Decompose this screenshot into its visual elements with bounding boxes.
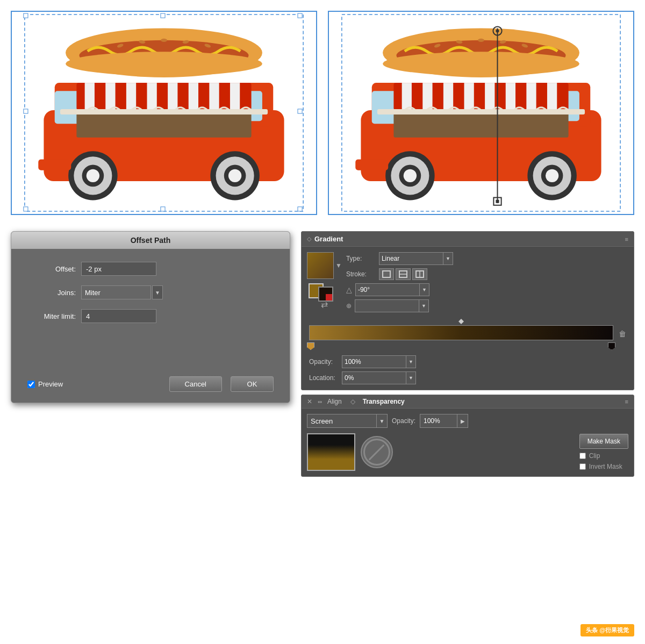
- gradient-preset-arrow[interactable]: ▼: [335, 262, 342, 269]
- make-mask-button[interactable]: Make Mask: [579, 434, 628, 449]
- svg-rect-58: [377, 109, 585, 115]
- svg-rect-54: [506, 83, 515, 110]
- svg-rect-13: [209, 83, 219, 110]
- opacity-input-wrap: ▶: [420, 414, 468, 428]
- svg-rect-40: [161, 207, 165, 211]
- mask-thumbnail[interactable]: [307, 433, 355, 471]
- svg-rect-55: [526, 83, 536, 110]
- svg-rect-8: [105, 83, 115, 110]
- dialog-title-text: Offset Path: [131, 236, 171, 245]
- preview-check[interactable]: [27, 381, 35, 388]
- location-select-wrapper: 0% 50% 100% ▼: [342, 371, 416, 384]
- expand-icon[interactable]: ⇔: [318, 399, 322, 405]
- svg-rect-25: [38, 159, 71, 170]
- opacity-input-t[interactable]: [420, 414, 457, 428]
- stroke-icon-3[interactable]: [412, 268, 427, 280]
- clip-checkbox[interactable]: [579, 453, 586, 459]
- mask-buttons: Make Mask Clip Invert Mask: [579, 434, 628, 470]
- svg-rect-6: [76, 83, 251, 110]
- svg-rect-16: [60, 109, 268, 115]
- opacity-arrow[interactable]: ▼: [406, 355, 416, 368]
- stroke-icon-1[interactable]: [379, 268, 394, 280]
- svg-point-24: [228, 169, 241, 182]
- aspect-select-arrow[interactable]: ▼: [419, 299, 429, 312]
- transparency-menu-icon[interactable]: ≡: [625, 398, 628, 405]
- svg-point-62: [404, 169, 417, 182]
- ok-button[interactable]: OK: [231, 376, 274, 392]
- clip-label: Clip: [589, 452, 600, 460]
- svg-rect-14: [230, 83, 240, 110]
- svg-point-31: [161, 39, 167, 42]
- gradient-midpoint[interactable]: [458, 319, 464, 324]
- svg-rect-7: [85, 83, 95, 110]
- invert-mask-checkbox[interactable]: [579, 463, 586, 470]
- left-truck-image: [11, 11, 317, 215]
- blend-mode-wrapper: Screen Normal Multiply Overlay ▼: [307, 414, 388, 428]
- mask-row: Make Mask Clip Invert Mask: [307, 433, 628, 471]
- svg-rect-52: [464, 83, 474, 110]
- transparency-content: Screen Normal Multiply Overlay ▼ Opacity…: [302, 409, 634, 476]
- svg-rect-50: [422, 83, 432, 110]
- location-arrow[interactable]: ▼: [406, 371, 416, 384]
- miter-input[interactable]: [81, 309, 156, 323]
- preview-label: Preview: [38, 380, 63, 388]
- no-mask-icon[interactable]: [361, 436, 393, 468]
- angle-select[interactable]: -90° 0° 90° 180°: [355, 283, 420, 296]
- offset-path-dialog: Offset Path Offset: Joins: Miter Round B…: [11, 231, 290, 403]
- gradient-bar[interactable]: [309, 325, 613, 340]
- svg-point-66: [546, 169, 558, 182]
- cancel-button[interactable]: Cancel: [169, 376, 222, 392]
- left-truck-svg: [12, 12, 316, 214]
- gradient-stop-right[interactable]: [608, 342, 615, 350]
- svg-rect-41: [298, 207, 302, 211]
- type-select-arrow[interactable]: ▼: [443, 252, 453, 265]
- blend-mode-select[interactable]: Screen Normal Multiply Overlay: [307, 414, 377, 428]
- right-truck-svg: [329, 12, 633, 214]
- gradient-panel-header: ◇ Gradient ≡: [302, 232, 634, 247]
- angle-select-arrow[interactable]: ▼: [420, 283, 429, 296]
- svg-rect-34: [24, 13, 28, 18]
- type-select[interactable]: Linear Radial: [379, 252, 443, 265]
- type-label: Type:: [346, 255, 376, 262]
- transparency-panel-header: ✕ ⇔ Align ◇ Transparency ≡: [302, 395, 634, 409]
- offset-row: Offset:: [27, 262, 274, 276]
- opacity-select[interactable]: 100% 75% 50% 0%: [342, 355, 406, 368]
- delete-stop-icon[interactable]: 🗑: [619, 330, 626, 338]
- invert-mask-label: Invert Mask: [589, 463, 622, 470]
- svg-rect-36: [298, 13, 302, 18]
- joins-select-arrow[interactable]: ▼: [152, 285, 163, 299]
- svg-rect-56: [547, 83, 557, 110]
- preview-checkbox[interactable]: Preview: [27, 380, 63, 388]
- watermark: 头条 @衍果视觉: [580, 624, 634, 636]
- stroke-swatch[interactable]: [318, 287, 333, 302]
- stroke-label: Stroke:: [346, 270, 376, 278]
- miter-label: Miter limit:: [27, 312, 76, 320]
- opacity-label: Opacity:: [309, 358, 339, 366]
- transparency-close-icon[interactable]: ✕: [307, 398, 312, 405]
- gradient-diamond-icon: ◇: [307, 235, 311, 242]
- blend-mode-arrow[interactable]: ▼: [377, 414, 388, 428]
- svg-rect-39: [24, 207, 28, 211]
- gradient-stop-left[interactable]: [307, 342, 314, 350]
- dialog-title: Offset Path: [11, 232, 290, 249]
- align-tab[interactable]: Align: [325, 398, 344, 405]
- svg-rect-49: [402, 83, 412, 110]
- svg-rect-15: [76, 113, 251, 138]
- location-select[interactable]: 0% 50% 100%: [342, 371, 406, 384]
- aspect-input[interactable]: [355, 299, 419, 312]
- transparency-tab[interactable]: Transparency: [361, 398, 407, 405]
- opacity-right-arrow[interactable]: ▶: [457, 414, 468, 428]
- gradient-bar-area: 🗑: [307, 317, 628, 351]
- stroke-icon-2[interactable]: [396, 268, 411, 280]
- invert-mask-row: Invert Mask: [579, 463, 628, 470]
- gradient-content: ▼ ⇄: [302, 247, 634, 390]
- gradient-panel-menu-icon[interactable]: ≡: [625, 236, 628, 242]
- svg-rect-10: [147, 83, 156, 110]
- opacity-select-wrapper: 100% 75% 50% 0% ▼: [342, 355, 416, 368]
- dialog-footer: Preview Cancel OK: [11, 371, 290, 403]
- clip-row: Clip: [579, 452, 628, 460]
- joins-select[interactable]: Miter Round Bevel: [81, 285, 151, 299]
- gradient-panel-title: Gradient: [314, 235, 343, 243]
- svg-rect-12: [189, 83, 198, 110]
- offset-input[interactable]: [81, 262, 156, 276]
